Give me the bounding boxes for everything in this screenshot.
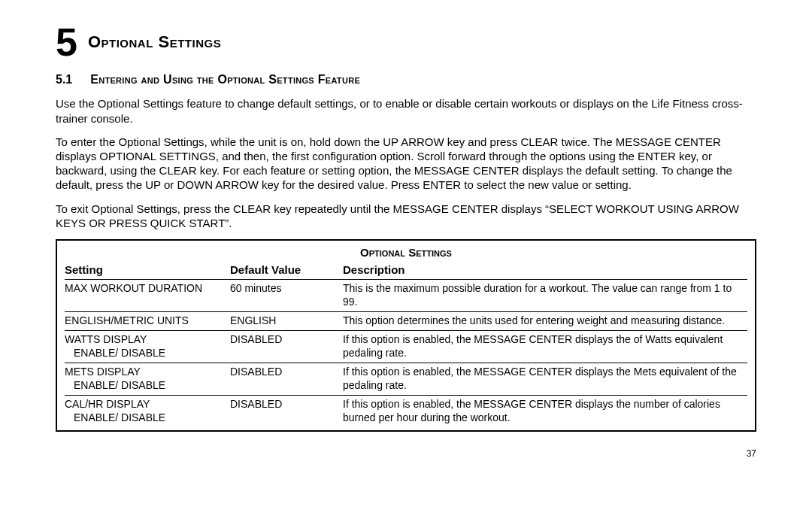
chapter-number: 5 — [56, 23, 77, 62]
page-number: 37 — [56, 448, 756, 460]
table-row: METS DISPLAY ENABLE/ DISABLE DISABLED If… — [65, 363, 747, 395]
cell-description: If this option is enabled, the MESSAGE C… — [343, 398, 747, 425]
body-paragraph: To enter the Optional Settings, while th… — [56, 135, 756, 193]
cell-setting: ENGLISH/METRIC UNITS — [65, 314, 230, 328]
setting-subline: ENABLE/ DISABLE — [65, 347, 230, 360]
cell-description: If this option is enabled, the MESSAGE C… — [343, 366, 747, 393]
section-title: Entering and Using the Optional Settings… — [90, 72, 360, 87]
header-description: Description — [343, 262, 747, 277]
cell-description: If this option is enabled, the MESSAGE C… — [343, 333, 747, 360]
section-heading: 5.1 Entering and Using the Optional Sett… — [56, 72, 756, 87]
setting-subline: ENABLE/ DISABLE — [65, 411, 230, 425]
header-default: Default Value — [230, 262, 343, 277]
chapter-heading: 5 Optional Settings — [56, 23, 756, 62]
cell-default: DISABLED — [230, 398, 343, 425]
cell-description: This option determines the units used fo… — [343, 314, 747, 328]
cell-setting: MAX WORKOUT DURATION — [65, 282, 230, 309]
table-header-row: Setting Default Value Description — [65, 262, 747, 279]
cell-description: This is the maximum possible duration fo… — [343, 282, 747, 309]
body-paragraph: To exit Optional Settings, press the CLE… — [56, 202, 756, 230]
table-row: CAL/HR DISPLAY ENABLE/ DISABLE DISABLED … — [65, 395, 747, 427]
setting-name: CAL/HR DISPLAY — [65, 398, 230, 411]
cell-setting: METS DISPLAY ENABLE/ DISABLE — [65, 366, 230, 393]
table-row: MAX WORKOUT DURATION 60 minutes This is … — [65, 279, 747, 311]
table-row: WATTS DISPLAY ENABLE/ DISABLE DISABLED I… — [65, 330, 747, 363]
section-number: 5.1 — [56, 72, 72, 87]
body-paragraph: Use the Optional Settings feature to cha… — [56, 96, 756, 125]
setting-name: WATTS DISPLAY — [65, 333, 230, 347]
setting-name: ENGLISH/METRIC UNITS — [65, 314, 230, 328]
optional-settings-table: Optional Settings Setting Default Value … — [56, 239, 756, 432]
cell-default: ENGLISH — [230, 314, 343, 328]
table-row: ENGLISH/METRIC UNITS ENGLISH This option… — [65, 311, 747, 330]
chapter-title: Optional Settings — [88, 32, 221, 53]
cell-default: DISABLED — [230, 333, 343, 360]
cell-setting: CAL/HR DISPLAY ENABLE/ DISABLE — [65, 398, 230, 425]
cell-default: DISABLED — [230, 366, 343, 393]
cell-default: 60 minutes — [230, 282, 343, 309]
header-setting: Setting — [65, 262, 230, 277]
setting-name: METS DISPLAY — [65, 366, 230, 379]
setting-name: MAX WORKOUT DURATION — [65, 282, 230, 296]
table-title: Optional Settings — [65, 244, 747, 262]
cell-setting: WATTS DISPLAY ENABLE/ DISABLE — [65, 333, 230, 360]
setting-subline: ENABLE/ DISABLE — [65, 379, 230, 393]
